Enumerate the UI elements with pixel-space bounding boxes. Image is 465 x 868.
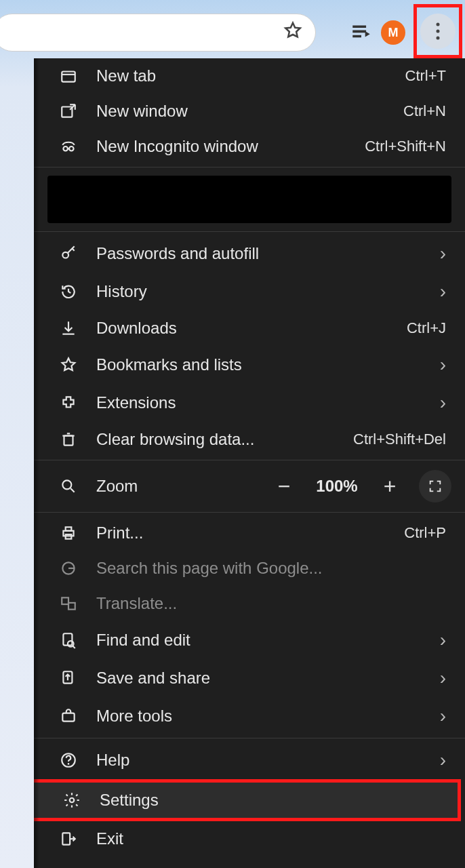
star-icon [58,356,79,374]
svg-line-21 [70,488,74,492]
svg-rect-34 [62,713,74,722]
menu-label: Downloads [96,319,389,338]
menu-label: Bookmarks and lists [96,355,422,374]
menu-item-translate[interactable]: Translate... [34,586,465,621]
address-bar[interactable] [0,14,316,52]
menu-label: New tab [96,66,388,85]
menu-label: Translate... [96,594,446,613]
menu-label: Clear browsing data... [96,430,336,449]
svg-rect-38 [62,833,70,844]
menu-item-clear-data[interactable]: Clear browsing data... Ctrl+Shift+Del [34,422,465,457]
menu-item-new-window[interactable]: New window Ctrl+N [34,94,465,129]
svg-point-10 [69,146,74,151]
browser-toolbar: M [0,0,465,58]
exit-icon [58,830,79,848]
help-icon [58,751,79,769]
toolbox-icon [58,707,79,725]
svg-rect-27 [62,597,68,604]
menu-label: History [96,282,422,301]
svg-point-36 [68,763,70,765]
svg-point-1 [437,30,440,33]
menu-separator [34,460,465,460]
menu-item-print[interactable]: Print... Ctrl+P [34,515,465,551]
bookmark-star-icon[interactable] [283,20,303,45]
svg-point-37 [70,798,75,803]
menu-separator [34,167,465,167]
svg-line-31 [73,646,75,648]
gear-icon [62,791,82,809]
menu-item-save-share[interactable]: Save and share › [34,659,465,697]
menu-item-more-tools[interactable]: More tools › [34,697,465,735]
extensions-icon [58,394,79,412]
menu-label: Help [96,751,422,770]
menu-shortcut: Ctrl+J [407,319,446,337]
svg-rect-23 [66,527,72,530]
menu-item-history[interactable]: History › [34,273,465,311]
media-control-icon[interactable] [350,20,373,45]
fullscreen-button[interactable] [419,470,451,502]
new-window-icon [58,102,79,120]
menu-item-downloads[interactable]: Downloads Ctrl+J [34,311,465,346]
menu-label: Save and share [96,669,422,688]
svg-line-14 [72,248,74,250]
menu-label: Print... [96,524,386,542]
svg-rect-17 [64,436,73,446]
highlight-menu-button [413,4,462,58]
menu-label: Passwords and autofill [96,244,422,263]
menu-item-help[interactable]: Help › [34,741,465,779]
menu-item-find-edit[interactable]: Find and edit › [34,621,465,659]
svg-rect-28 [68,603,75,610]
more-menu-button[interactable] [420,14,456,49]
svg-point-20 [62,480,71,489]
svg-point-9 [63,146,68,151]
chevron-right-icon: › [440,667,446,689]
profile-block[interactable] [47,176,451,223]
menu-label: Exit [96,829,446,848]
menu-label: Settings [100,791,439,810]
menu-label: New Incognito window [96,137,347,156]
menu-shortcut: Ctrl+P [404,524,446,542]
menu-separator [34,231,465,232]
menu-item-extensions[interactable]: Extensions › [34,384,465,422]
menu-label: Search this page with Google... [96,559,446,578]
chevron-right-icon: › [440,629,446,651]
menu-shortcut: Ctrl+Shift+Del [353,431,446,448]
key-icon [58,245,79,262]
menu-shortcut: Ctrl+Shift+N [365,138,446,155]
chevron-right-icon: › [440,243,446,264]
menu-item-exit[interactable]: Exit [34,821,465,856]
menu-item-settings[interactable]: Settings [34,779,461,821]
history-icon [58,283,79,300]
print-icon [58,524,79,542]
browser-main-menu: New tab Ctrl+T New window Ctrl+N New Inc… [34,58,465,868]
menu-item-search-page[interactable]: Search this page with Google... [34,551,465,586]
zoom-value: 100% [313,477,361,496]
svg-point-12 [62,252,68,258]
menu-label: More tools [96,707,422,726]
menu-shadow [34,58,39,868]
menu-label: Find and edit [96,631,422,650]
menu-separator [34,512,465,513]
menu-item-incognito[interactable]: New Incognito window Ctrl+Shift+N [34,129,465,164]
trash-icon [58,431,79,448]
menu-shortcut: Ctrl+T [405,67,447,85]
download-icon [58,319,79,337]
profile-avatar[interactable]: M [381,20,405,45]
new-tab-icon [58,67,79,85]
chevron-right-icon: › [440,354,446,376]
svg-rect-24 [66,534,72,539]
translate-icon [58,595,79,612]
menu-item-bookmarks[interactable]: Bookmarks and lists › [34,346,465,384]
menu-item-zoom: Zoom − 100% + [34,463,465,509]
avatar-initial: M [388,26,399,40]
find-icon [58,631,79,649]
chevron-right-icon: › [440,281,446,302]
zoom-out-button[interactable]: − [272,475,296,498]
menu-separator [34,738,465,738]
chevron-right-icon: › [440,705,446,727]
menu-label: Extensions [96,393,422,412]
menu-item-new-tab[interactable]: New tab Ctrl+T [34,58,465,94]
menu-item-passwords[interactable]: Passwords and autofill › [34,235,465,273]
incognito-icon [58,138,79,155]
zoom-in-button[interactable]: + [378,475,401,498]
